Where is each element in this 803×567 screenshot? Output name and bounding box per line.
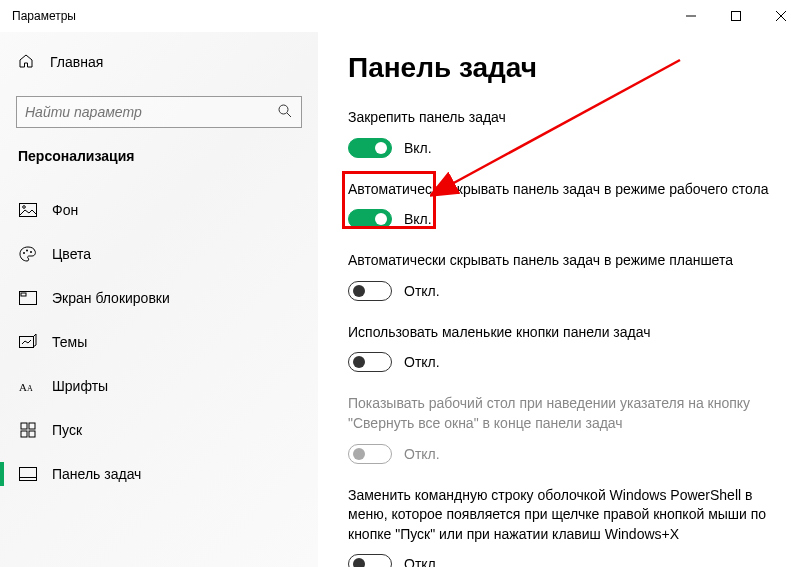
svg-rect-12 (21, 293, 26, 296)
fonts-icon: AA (18, 379, 38, 393)
svg-point-9 (26, 250, 28, 252)
nav-item-fonts[interactable]: AA Шрифты (0, 364, 318, 408)
svg-point-8 (23, 252, 25, 254)
themes-icon (18, 334, 38, 350)
section-title: Персонализация (0, 148, 318, 188)
search-box[interactable] (16, 96, 302, 128)
setting-label: Автоматически скрывать панель задач в ре… (348, 180, 773, 200)
toggle-autohide-tablet[interactable] (348, 281, 392, 301)
maximize-button[interactable] (713, 0, 758, 32)
svg-rect-17 (29, 423, 35, 429)
nav-item-taskbar[interactable]: Панель задач (0, 452, 318, 496)
setting-powershell: Заменить командную строку оболочкой Wind… (348, 486, 773, 567)
svg-point-10 (30, 251, 32, 253)
toggle-lock-taskbar[interactable] (348, 138, 392, 158)
setting-peek-desktop: Показывать рабочий стол при наведении ук… (348, 394, 773, 463)
setting-small-buttons: Использовать маленькие кнопки панели зад… (348, 323, 773, 373)
setting-label: Автоматически скрывать панель задач в ре… (348, 251, 773, 271)
content-pane: Панель задач Закрепить панель задач Вкл.… (318, 32, 803, 567)
toggle-powershell[interactable] (348, 554, 392, 567)
toggle-state: Откл. (404, 556, 440, 567)
toggle-peek-desktop (348, 444, 392, 464)
palette-icon (18, 246, 38, 262)
nav-item-themes[interactable]: Темы (0, 320, 318, 364)
window-title: Параметры (12, 9, 76, 23)
svg-text:A: A (27, 384, 33, 393)
close-button[interactable] (758, 0, 803, 32)
nav-item-background[interactable]: Фон (0, 188, 318, 232)
svg-text:A: A (19, 381, 27, 393)
toggle-state: Откл. (404, 283, 440, 299)
sidebar: Главная Персонализация Фон Цвета Экран б… (0, 32, 318, 567)
nav-label: Фон (52, 202, 78, 218)
setting-label: Заменить командную строку оболочкой Wind… (348, 486, 773, 545)
setting-lock-taskbar: Закрепить панель задач Вкл. (348, 108, 773, 158)
toggle-autohide-desktop[interactable] (348, 209, 392, 229)
home-label: Главная (50, 54, 103, 70)
svg-point-7 (23, 206, 26, 209)
toggle-state: Вкл. (404, 211, 432, 227)
nav-label: Пуск (52, 422, 82, 438)
picture-icon (18, 203, 38, 217)
setting-label: Закрепить панель задач (348, 108, 773, 128)
page-title: Панель задач (348, 52, 773, 84)
home-nav[interactable]: Главная (0, 42, 318, 82)
search-input[interactable] (25, 104, 277, 120)
setting-label: Использовать маленькие кнопки панели зад… (348, 323, 773, 343)
svg-rect-16 (21, 423, 27, 429)
titlebar: Параметры (0, 0, 803, 32)
toggle-small-buttons[interactable] (348, 352, 392, 372)
setting-autohide-tablet: Автоматически скрывать панель задач в ре… (348, 251, 773, 301)
svg-rect-18 (21, 431, 27, 437)
svg-rect-6 (20, 204, 37, 217)
nav-label: Шрифты (52, 378, 108, 394)
toggle-state: Откл. (404, 354, 440, 370)
lockscreen-icon (18, 291, 38, 305)
taskbar-icon (18, 467, 38, 481)
nav-label: Темы (52, 334, 87, 350)
setting-autohide-desktop: Автоматически скрывать панель задач в ре… (348, 180, 773, 230)
svg-rect-20 (20, 468, 37, 481)
nav-label: Панель задач (52, 466, 141, 482)
nav-label: Цвета (52, 246, 91, 262)
nav-label: Экран блокировки (52, 290, 170, 306)
nav-item-start[interactable]: Пуск (0, 408, 318, 452)
svg-rect-19 (29, 431, 35, 437)
setting-label: Показывать рабочий стол при наведении ук… (348, 394, 773, 433)
home-icon (18, 53, 34, 72)
minimize-button[interactable] (668, 0, 713, 32)
nav-item-lockscreen[interactable]: Экран блокировки (0, 276, 318, 320)
toggle-state: Откл. (404, 446, 440, 462)
svg-rect-1 (731, 12, 740, 21)
window-controls (668, 0, 803, 32)
start-icon (18, 422, 38, 438)
svg-line-5 (287, 113, 291, 117)
svg-point-4 (279, 105, 288, 114)
toggle-state: Вкл. (404, 140, 432, 156)
search-icon (277, 103, 293, 122)
nav-item-colors[interactable]: Цвета (0, 232, 318, 276)
